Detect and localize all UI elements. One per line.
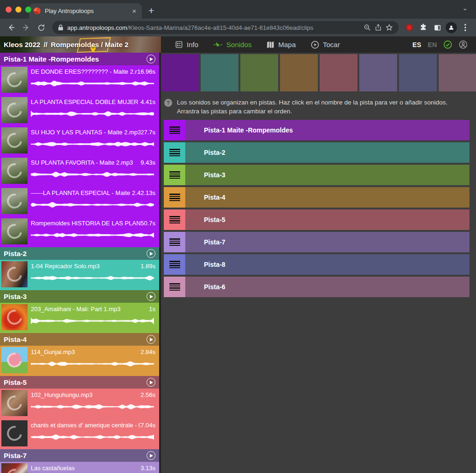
track-color-swatch[interactable]	[399, 54, 437, 91]
sidebar-toggle-icon[interactable]	[431, 24, 443, 32]
track-play-button[interactable]	[147, 335, 155, 344]
nav-tab-tocar[interactable]: Tocar	[305, 41, 346, 49]
minimize-window-button[interactable]	[15, 7, 21, 13]
drag-handle[interactable]	[164, 209, 185, 230]
track-color-swatch[interactable]	[240, 54, 278, 91]
map-thumbnail-header[interactable]: Kleos 2022 // Rompemoldes / Maite 2	[0, 36, 161, 53]
track-header[interactable]: Pista-7	[0, 449, 159, 462]
track-row-body[interactable]: Pista-7	[185, 232, 469, 252]
track-row-body[interactable]: Pista-5	[185, 209, 469, 230]
waveform-icon	[213, 41, 223, 49]
track-row[interactable]: Pista-2	[164, 142, 469, 163]
track-section: Pista-3203_Amalihani - Mali: Part 1.mp31…	[0, 290, 159, 333]
track-row-body[interactable]: Pista-2	[185, 142, 469, 163]
track-row-body[interactable]: Pista-8	[185, 254, 469, 275]
track-color-swatch[interactable]	[359, 54, 397, 91]
share-icon[interactable]	[375, 24, 382, 31]
track-row[interactable]: Pista-4	[164, 187, 469, 208]
track-play-button[interactable]	[147, 292, 155, 301]
sync-check-icon[interactable]	[443, 40, 452, 49]
nav-tab-mapa[interactable]: Mapa	[261, 41, 301, 49]
track-row-body[interactable]: Pista-1 Maite -Rompemoldes	[185, 120, 469, 140]
track-header[interactable]: Pista-2	[0, 247, 159, 260]
profile-avatar[interactable]	[445, 22, 457, 33]
track-row-label: Pista-4	[204, 194, 225, 201]
track-row[interactable]: Pista-3	[164, 165, 469, 185]
clip-waveform[interactable]	[31, 201, 155, 209]
clip-item[interactable]: 114_Gunjai.mp32.84s	[0, 346, 159, 376]
track-row-body[interactable]: Pista-6	[185, 277, 469, 297]
lang-en-button[interactable]: EN	[428, 41, 437, 49]
clip-waveform[interactable]	[31, 403, 155, 410]
clip-waveform[interactable]	[31, 140, 155, 148]
track-row[interactable]: Pista-1 Maite -Rompemoldes	[164, 120, 469, 140]
clip-item[interactable]: Las castañuelas3.13s	[0, 462, 159, 473]
clip-item[interactable]: SU HIJO Y LAS PLANTAS - Maite 2.mp327.7s	[0, 126, 159, 156]
record-extension-icon[interactable]	[403, 24, 415, 31]
track-color-swatch[interactable]	[280, 54, 318, 91]
track-play-button[interactable]	[147, 378, 155, 387]
clip-item[interactable]: chants et danses d' amerique centrale - …	[0, 419, 159, 449]
track-header[interactable]: Pista-4	[0, 333, 159, 346]
clip-waveform[interactable]	[31, 317, 155, 325]
account-icon[interactable]	[459, 40, 468, 49]
bookmark-star-icon[interactable]	[385, 24, 393, 31]
drag-handle[interactable]	[164, 120, 185, 140]
track-play-button[interactable]	[147, 55, 155, 63]
track-color-swatch[interactable]	[161, 54, 199, 91]
browser-menu-icon[interactable]	[459, 24, 471, 31]
track-header[interactable]: Pista-5	[0, 376, 159, 389]
track-row[interactable]: Pista-7	[164, 232, 469, 252]
back-button[interactable]	[5, 21, 18, 34]
browser-tab[interactable]: Play Antropoloops ×	[29, 3, 142, 19]
drag-handle[interactable]	[164, 232, 185, 252]
drag-handle[interactable]	[164, 254, 185, 275]
drag-handle[interactable]	[164, 277, 185, 297]
clip-waveform[interactable]	[31, 433, 155, 441]
close-window-button[interactable]	[6, 7, 12, 13]
tab-close-icon[interactable]: ×	[131, 7, 137, 15]
track-row[interactable]: Pista-8	[164, 254, 469, 275]
clip-waveform[interactable]	[31, 274, 155, 282]
address-bar[interactable]: app.antropoloops.com/Kleos-Santa-Marina/…	[52, 21, 399, 34]
track-play-button[interactable]	[147, 451, 155, 460]
clip-item[interactable]: 102_Hunguhungu.mp32.56s	[0, 389, 159, 419]
reload-button[interactable]	[35, 21, 48, 34]
track-color-swatch[interactable]	[439, 54, 476, 91]
clip-item[interactable]: Rompemoldes HISTORIA DE LAS PLANTAS...50…	[0, 217, 159, 247]
track-header[interactable]: Pista-1 Maite -Rompemoldes	[0, 53, 159, 65]
clip-waveform[interactable]	[31, 110, 155, 118]
clip-waveform[interactable]	[31, 231, 155, 239]
track-color-swatch[interactable]	[201, 54, 238, 91]
drag-handle[interactable]	[164, 142, 185, 163]
new-tab-button[interactable]: +	[148, 5, 154, 16]
forward-button[interactable]	[20, 21, 33, 34]
track-row[interactable]: Pista-5	[164, 209, 469, 230]
drag-handle[interactable]	[164, 165, 185, 185]
breadcrumb-project[interactable]: Kleos 2022	[4, 41, 40, 49]
nav-tab-info[interactable]: Info	[169, 41, 204, 49]
track-header[interactable]: Pista-3	[0, 290, 159, 303]
track-play-button[interactable]	[147, 249, 155, 258]
clip-item[interactable]: LA PLANTA ESPECIAL DOBLE MUJER - Mai...4…	[0, 96, 159, 126]
extensions-puzzle-icon[interactable]	[417, 23, 429, 32]
clip-item[interactable]: 1-04 Repicador Solo.mp31.89s	[0, 260, 159, 290]
clip-item[interactable]: SU PLANTA FAVORITA - Maite 2.mp39.43s	[0, 156, 159, 187]
clip-waveform[interactable]	[31, 80, 155, 87]
zoom-window-button[interactable]	[25, 7, 31, 13]
clip-waveform[interactable]	[31, 360, 155, 368]
zoom-indicator-icon[interactable]	[364, 24, 371, 31]
drag-handle-icon	[169, 283, 180, 291]
track-row-body[interactable]: Pista-3	[185, 165, 469, 185]
clip-item[interactable]: 203_Amalihani - Mali: Part 1.mp31s	[0, 303, 159, 333]
lang-es-button[interactable]: ES	[413, 41, 421, 49]
drag-handle[interactable]	[164, 187, 185, 208]
clip-waveform[interactable]	[31, 171, 155, 178]
clip-item[interactable]: DE DONDE ERES???????? - Maite 2.mp316.96…	[0, 65, 159, 96]
nav-tab-sonidos[interactable]: Sonidos	[208, 41, 257, 49]
clip-item[interactable]: ------LA PLANNTA ESPECIAL - Maite 2.mp34…	[0, 187, 159, 217]
track-row[interactable]: Pista-6	[164, 277, 469, 297]
tab-overflow-chevron-icon[interactable]: ⌄	[462, 5, 468, 12]
track-color-swatch[interactable]	[320, 54, 357, 91]
track-row-body[interactable]: Pista-4	[185, 187, 469, 208]
